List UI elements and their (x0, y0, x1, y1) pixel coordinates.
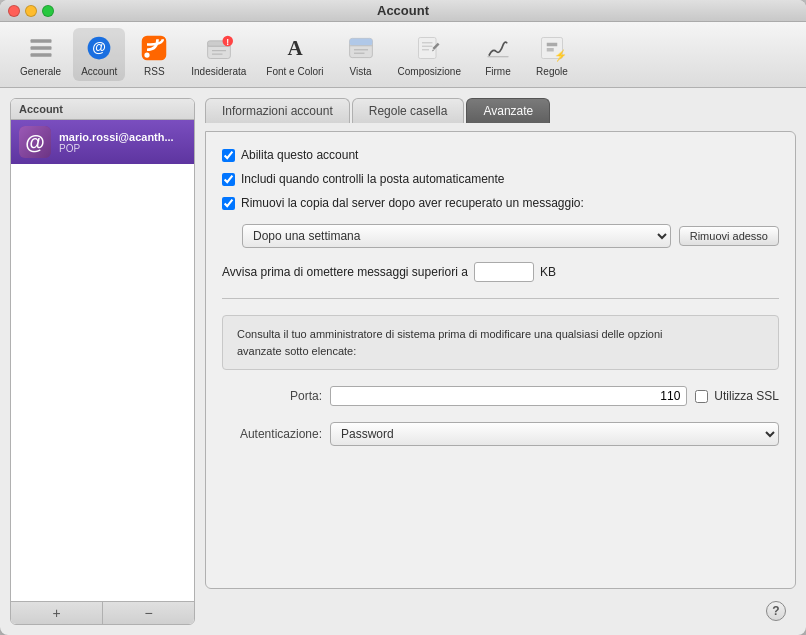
svg-text:@: @ (92, 39, 106, 55)
toolbar-item-composizione[interactable]: Composizione (390, 28, 469, 81)
help-btn-container: ? (205, 597, 796, 625)
toolbar-item-regole[interactable]: ⚡ Regole (527, 28, 577, 81)
account-info: mario.rossi@acanth... POP (59, 131, 186, 154)
help-button[interactable]: ? (766, 601, 786, 621)
kb-label: Avvisa prima di omettere messaggi superi… (222, 265, 468, 279)
svg-rect-0 (30, 39, 51, 43)
rimuovi-adesso-button[interactable]: Rimuovi adesso (679, 226, 779, 246)
svg-rect-16 (349, 38, 372, 45)
checkbox-row-abilita: Abilita questo account (222, 148, 779, 162)
svg-point-6 (145, 52, 150, 57)
indesiderata-icon: ! (203, 32, 235, 64)
rimuovi-checkbox[interactable] (222, 197, 235, 210)
dropdown-row: Immediatamente Dopo un giorno Dopo una s… (222, 224, 779, 248)
account-list-item[interactable]: mario.rossi@acanth... POP (11, 120, 194, 164)
tab-avanzate[interactable]: Avanzate (466, 98, 550, 123)
checkbox-row-includi: Includi quando controlli la posta automa… (222, 172, 779, 186)
right-panel: Informazioni account Regole casella Avan… (205, 98, 796, 625)
toolbar-label-generale: Generale (20, 66, 61, 77)
sidebar-footer: + − (11, 601, 194, 624)
abilita-label: Abilita questo account (241, 148, 358, 162)
info-box: Consulta il tuo amministratore di sistem… (222, 315, 779, 370)
main-content: Account mario.rossi@acanth... POP + − (0, 88, 806, 635)
svg-rect-1 (30, 46, 51, 50)
toolbar-label-indesiderata: Indesiderata (191, 66, 246, 77)
info-text: Consulta il tuo amministratore di sistem… (237, 326, 764, 359)
svg-rect-17 (349, 45, 372, 46)
toolbar-label-composizione: Composizione (398, 66, 461, 77)
tabs: Informazioni account Regole casella Avan… (205, 98, 796, 123)
svg-text:A: A (287, 36, 303, 60)
toolbar-label-firme: Firme (485, 66, 511, 77)
autenticazione-label: Autenticazione: (222, 427, 322, 441)
firme-icon (482, 32, 514, 64)
toolbar-label-regole: Regole (536, 66, 568, 77)
toolbar-item-account[interactable]: @ Account (73, 28, 125, 81)
rimuovi-label: Rimuovi la copia dal server dopo aver re… (241, 196, 584, 210)
toolbar-label-vista: Vista (350, 66, 372, 77)
remove-account-button[interactable]: − (103, 602, 194, 624)
toolbar-label-font: Font e Colori (266, 66, 323, 77)
checkbox-row-rimuovi: Rimuovi la copia dal server dopo aver re… (222, 196, 779, 210)
includi-label: Includi quando controlli la posta automa… (241, 172, 505, 186)
tab-informazioni[interactable]: Informazioni account (205, 98, 350, 123)
sidebar-header: Account (11, 99, 194, 120)
svg-text:⚡: ⚡ (554, 49, 566, 62)
window: Account Generale @ Account (0, 0, 806, 635)
vista-icon (345, 32, 377, 64)
porta-row: Porta: Utilizza SSL (222, 386, 779, 406)
kb-row: Avvisa prima di omettere messaggi superi… (222, 262, 779, 282)
porta-label: Porta: (222, 389, 322, 403)
tab-regole[interactable]: Regole casella (352, 98, 465, 123)
regole-icon: ⚡ (536, 32, 568, 64)
avatar-inner (19, 126, 51, 158)
toolbar-item-firme[interactable]: Firme (473, 28, 523, 81)
svg-text:!: ! (226, 37, 229, 47)
includi-checkbox[interactable] (222, 173, 235, 186)
toolbar-item-vista[interactable]: Vista (336, 28, 386, 81)
ssl-label: Utilizza SSL (714, 389, 779, 403)
font-icon: A (279, 32, 311, 64)
dopo-dropdown[interactable]: Immediatamente Dopo un giorno Dopo una s… (242, 224, 671, 248)
account-email: mario.rossi@acanth... (59, 131, 186, 143)
rss-icon (138, 32, 170, 64)
toolbar-item-rss[interactable]: RSS (129, 28, 179, 81)
composizione-icon (413, 32, 445, 64)
abilita-checkbox[interactable] (222, 149, 235, 162)
divider (222, 298, 779, 299)
add-account-button[interactable]: + (11, 602, 102, 624)
ssl-row: Utilizza SSL (695, 389, 779, 403)
window-title: Account (377, 3, 429, 18)
maximize-button[interactable] (42, 5, 54, 17)
toolbar-item-indesiderata[interactable]: ! Indesiderata (183, 28, 254, 81)
minimize-button[interactable] (25, 5, 37, 17)
account-icon: @ (83, 32, 115, 64)
generale-icon (25, 32, 57, 64)
traffic-lights (8, 5, 54, 17)
toolbar-item-font[interactable]: A Font e Colori (258, 28, 331, 81)
kb-unit: KB (540, 265, 556, 279)
account-type: POP (59, 143, 186, 154)
toolbar-label-account: Account (81, 66, 117, 77)
close-button[interactable] (8, 5, 20, 17)
content-panel: Abilita questo account Includi quando co… (205, 131, 796, 589)
avatar (19, 126, 51, 158)
autenticazione-dropdown[interactable]: Password MD5 Challenge-Response NTLM Ker… (330, 422, 779, 446)
toolbar: Generale @ Account RSS (0, 22, 806, 88)
toolbar-label-rss: RSS (144, 66, 165, 77)
autenticazione-row: Autenticazione: Password MD5 Challenge-R… (222, 422, 779, 446)
sidebar: Account mario.rossi@acanth... POP + − (10, 98, 195, 625)
porta-input[interactable] (330, 386, 687, 406)
title-bar: Account (0, 0, 806, 22)
toolbar-item-generale[interactable]: Generale (12, 28, 69, 81)
ssl-checkbox[interactable] (695, 390, 708, 403)
kb-input[interactable] (474, 262, 534, 282)
svg-rect-2 (30, 53, 51, 57)
sidebar-body: mario.rossi@acanth... POP (11, 120, 194, 601)
